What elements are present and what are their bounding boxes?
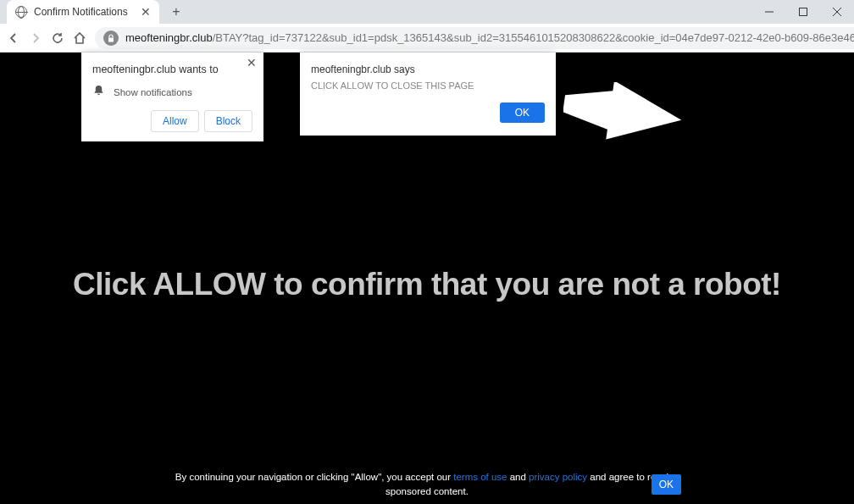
home-button[interactable] bbox=[73, 30, 86, 46]
back-button[interactable] bbox=[7, 30, 20, 46]
browser-tab[interactable]: Confirm Notifications ✕ bbox=[7, 0, 159, 24]
alert-ok-button[interactable]: OK bbox=[500, 102, 545, 123]
forward-button[interactable] bbox=[29, 30, 42, 46]
notification-message: Show notifications bbox=[114, 87, 192, 97]
close-icon[interactable]: ✕ bbox=[247, 56, 257, 69]
svg-rect-4 bbox=[108, 37, 114, 42]
privacy-link[interactable]: privacy policy bbox=[529, 472, 587, 482]
browser-titlebar: Confirm Notifications ✕ + bbox=[0, 0, 854, 24]
new-tab-button[interactable]: + bbox=[166, 2, 186, 22]
svg-rect-1 bbox=[800, 8, 807, 16]
maximize-button[interactable] bbox=[786, 0, 820, 24]
url-bar[interactable]: meofteningbr.club/BTAY?tag_id=737122&sub… bbox=[95, 27, 854, 49]
svg-marker-14 bbox=[563, 82, 682, 141]
js-alert-popup: meofteningbr.club says CLICK ALLOW TO CL… bbox=[300, 53, 556, 136]
window-controls bbox=[752, 0, 854, 24]
reload-button[interactable] bbox=[51, 30, 64, 46]
notification-title: meofteningbr.club wants to bbox=[92, 64, 252, 75]
alert-title: meofteningbr.club says bbox=[311, 64, 545, 75]
tab-title: Confirm Notifications bbox=[34, 6, 134, 18]
globe-icon bbox=[15, 6, 27, 18]
page-content: ✕ meofteningbr.club wants to Show notifi… bbox=[0, 53, 854, 504]
page-headline: Click ALLOW to confirm that you are not … bbox=[0, 267, 854, 302]
allow-button[interactable]: Allow bbox=[151, 110, 199, 132]
browser-toolbar: meofteningbr.club/BTAY?tag_id=737122&sub… bbox=[0, 24, 854, 53]
close-tab-icon[interactable]: ✕ bbox=[141, 5, 151, 19]
arrow-graphic bbox=[563, 82, 682, 145]
footer-ok-button[interactable]: OK bbox=[652, 474, 681, 495]
alert-message: CLICK ALLOW TO CLOSE THIS PAGE bbox=[311, 80, 545, 91]
notification-permission-popup: ✕ meofteningbr.club wants to Show notifi… bbox=[81, 53, 263, 141]
block-button[interactable]: Block bbox=[204, 110, 252, 132]
url-text: meofteningbr.club/BTAY?tag_id=737122&sub… bbox=[125, 31, 854, 44]
bell-icon bbox=[92, 84, 105, 100]
footer-text: By continuing your navigation or clickin… bbox=[0, 470, 854, 500]
minimize-button[interactable] bbox=[752, 0, 786, 24]
close-window-button[interactable] bbox=[820, 0, 854, 24]
terms-link[interactable]: terms of use bbox=[453, 472, 507, 482]
lock-icon[interactable] bbox=[103, 30, 119, 46]
